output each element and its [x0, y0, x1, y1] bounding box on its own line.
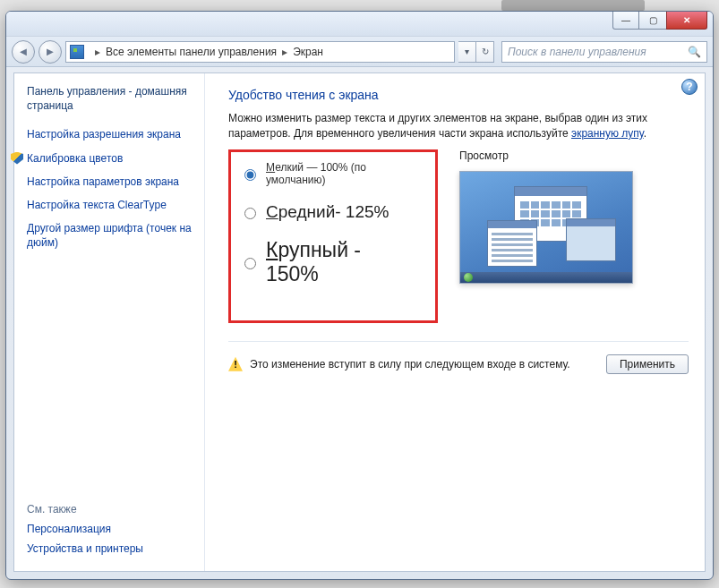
minimize-button[interactable]: — — [612, 12, 639, 30]
control-panel-icon — [70, 45, 84, 59]
scale-options-panel: Мелкий — 100% (по умолчанию) Средний- 12… — [228, 149, 438, 323]
maximize-button[interactable]: ▢ — [639, 12, 666, 30]
window-buttons: — ▢ ✕ — [612, 12, 707, 30]
page-description: Можно изменить размер текста и других эл… — [228, 111, 689, 142]
preview-area: Просмотр — [459, 149, 689, 284]
breadcrumb-seg-2[interactable]: Экран — [293, 46, 323, 58]
sidebar-link-display-settings[interactable]: Настройка параметров экрана — [27, 175, 192, 189]
sidebar-link-dpi[interactable]: Другой размер шрифта (точек на дюйм) — [27, 221, 192, 250]
see-also-personalization[interactable]: Персонализация — [27, 523, 143, 535]
close-button[interactable]: ✕ — [666, 12, 707, 30]
main-panel: ? Удобство чтения с экрана Можно изменит… — [204, 73, 705, 571]
titlebar: — ▢ ✕ — [6, 12, 713, 37]
forward-button[interactable]: ► — [39, 40, 62, 64]
radio-small-input[interactable] — [244, 169, 256, 181]
breadcrumb-sep-icon: ▸ — [282, 46, 287, 58]
help-icon[interactable]: ? — [681, 79, 698, 95]
apply-button[interactable]: Применить — [606, 354, 689, 374]
preview-start-icon — [464, 273, 473, 282]
nav-row: ◄ ► ▸ Все элементы панели управления ▸ Э… — [6, 37, 713, 67]
see-also: См. также Персонализация Устройства и пр… — [27, 503, 143, 562]
sidebar: Панель управления - домашняя страница На… — [14, 73, 204, 571]
radio-small[interactable]: Мелкий — 100% (по умолчанию) — [240, 161, 417, 186]
sidebar-link-resolution[interactable]: Настройка разрешения экрана — [27, 127, 192, 141]
warning-icon — [228, 357, 243, 371]
see-also-devices[interactable]: Устройства и принтеры — [27, 542, 143, 555]
preview-window-icon — [487, 220, 537, 267]
back-button[interactable]: ◄ — [12, 40, 35, 64]
window: — ▢ ✕ ◄ ► ▸ Все элементы панели управлен… — [5, 11, 714, 580]
see-also-header: См. также — [27, 503, 143, 516]
sidebar-home-link[interactable]: Панель управления - домашняя страница — [27, 84, 192, 113]
preview-window-icon — [566, 218, 616, 261]
breadcrumb-seg-1[interactable]: Все элементы панели управления — [106, 46, 277, 58]
refresh-button[interactable]: ↻ — [476, 41, 494, 63]
preview-label: Просмотр — [459, 149, 689, 162]
address-bar[interactable]: ▸ Все элементы панели управления ▸ Экран — [65, 41, 455, 63]
radio-medium-input[interactable] — [244, 208, 256, 219]
page-title: Удобство чтения с экрана — [228, 88, 689, 102]
warning-row: Это изменение вступит в силу при следующ… — [228, 341, 689, 374]
magnifier-link[interactable]: экранную лупу — [571, 127, 644, 140]
radio-large-input[interactable] — [244, 258, 256, 269]
sidebar-link-cleartype[interactable]: Настройка текста ClearType — [27, 198, 192, 212]
preview-taskbar-icon — [460, 272, 632, 283]
preview-thumbnail — [459, 171, 633, 284]
sidebar-link-calibration[interactable]: Калибровка цветов — [27, 151, 192, 166]
address-extras: ▾ ↻ — [458, 41, 494, 63]
radio-large[interactable]: Крупный - 150% — [240, 238, 417, 286]
content: Панель управления - домашняя страница На… — [13, 72, 706, 572]
breadcrumb-dropdown-button[interactable]: ▾ — [458, 41, 476, 63]
search-input[interactable]: Поиск в панели управления 🔍 — [501, 41, 707, 63]
search-placeholder: Поиск в панели управления — [508, 46, 646, 58]
search-icon: 🔍 — [688, 46, 701, 58]
breadcrumb-sep-icon: ▸ — [95, 46, 100, 58]
radio-medium[interactable]: Средний- 125% — [240, 202, 417, 222]
warning-text: Это изменение вступит в силу при следующ… — [250, 358, 599, 371]
